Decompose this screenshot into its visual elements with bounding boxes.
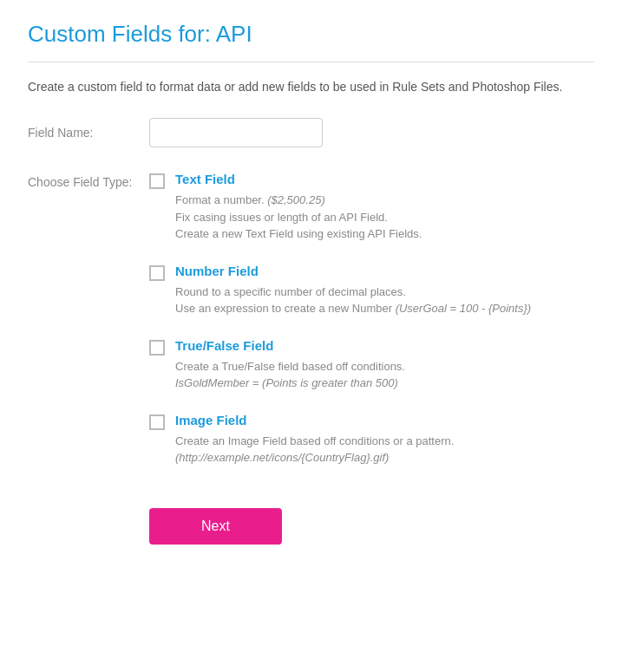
text-field-desc-line1-italic: ($2,500.25) <box>267 193 325 206</box>
text-field-desc-line1-normal: Format a number. <box>175 193 267 206</box>
image-field-desc: Create an Image Field based off conditio… <box>175 433 454 466</box>
page-description: Create a custom field to format data or … <box>28 80 594 94</box>
field-name-row: Field Name: <box>28 118 594 147</box>
next-button-row: Next <box>28 508 594 545</box>
true-false-field-checkbox[interactable] <box>149 340 165 356</box>
field-name-label: Field Name: <box>28 126 149 140</box>
page-title: Custom Fields for: API <box>28 21 594 62</box>
true-false-field-option: True/False Field Create a True/False fie… <box>149 338 531 392</box>
number-field-title[interactable]: Number Field <box>175 264 531 278</box>
true-false-field-desc-line1: Create a True/False field based off cond… <box>175 360 405 373</box>
text-field-checkbox[interactable] <box>149 173 165 189</box>
field-name-input[interactable] <box>149 118 323 147</box>
text-field-content: Text Field Format a number. ($2,500.25) … <box>175 172 422 243</box>
true-false-field-desc: Create a True/False field based off cond… <box>175 358 405 392</box>
field-options-list: Text Field Format a number. ($2,500.25) … <box>149 172 531 466</box>
true-false-field-content: True/False Field Create a True/False fie… <box>175 338 405 392</box>
number-field-desc-line1: Round to a specific number of decimal pl… <box>175 285 406 298</box>
number-field-option: Number Field Round to a specific number … <box>149 264 531 317</box>
text-field-title[interactable]: Text Field <box>175 172 422 186</box>
image-field-desc-line1: Create an Image Field based off conditio… <box>175 434 454 447</box>
text-field-desc-line2: Fix casing issues or length of an API Fi… <box>175 211 388 224</box>
choose-field-type-label: Choose Field Type: <box>28 172 149 189</box>
image-field-title[interactable]: Image Field <box>175 413 454 427</box>
true-false-field-title[interactable]: True/False Field <box>175 338 405 353</box>
text-field-desc: Format a number. ($2,500.25) Fix casing … <box>175 192 422 243</box>
text-field-option: Text Field Format a number. ($2,500.25) … <box>149 172 531 243</box>
number-field-content: Number Field Round to a specific number … <box>175 264 531 317</box>
number-field-desc-line2-normal: Use an expression to create a new Number <box>175 302 396 315</box>
image-field-desc-line2-italic: (http://example.net/icons/{CountryFlag}.… <box>175 451 389 464</box>
image-field-option: Image Field Create an Image Field based … <box>149 413 531 466</box>
next-button[interactable]: Next <box>149 508 282 545</box>
number-field-checkbox[interactable] <box>149 265 165 281</box>
true-false-field-desc-line2-italic: IsGoldMember = (Points is greater than 5… <box>175 376 398 389</box>
number-field-desc: Round to a specific number of decimal pl… <box>175 284 531 317</box>
image-field-checkbox[interactable] <box>149 414 165 430</box>
choose-field-type-section: Choose Field Type: Text Field Format a n… <box>28 172 594 466</box>
image-field-content: Image Field Create an Image Field based … <box>175 413 454 466</box>
number-field-desc-line2-italic: (UserGoal = 100 - {Points}) <box>396 302 531 315</box>
text-field-desc-line3: Create a new Text Field using existing A… <box>175 227 422 240</box>
